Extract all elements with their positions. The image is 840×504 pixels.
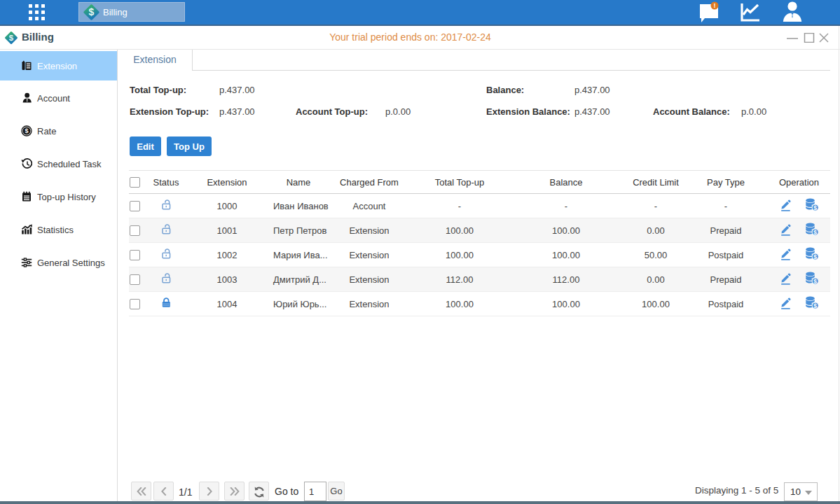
svg-text:$: $ — [25, 127, 28, 134]
svg-text:$: $ — [813, 229, 817, 236]
svg-text:$: $ — [89, 6, 95, 18]
svg-text:$: $ — [813, 204, 817, 211]
svg-text:!: ! — [714, 2, 716, 9]
svg-text:$: $ — [813, 278, 817, 285]
svg-text:$: $ — [813, 253, 817, 260]
svg-text:$: $ — [813, 302, 817, 309]
